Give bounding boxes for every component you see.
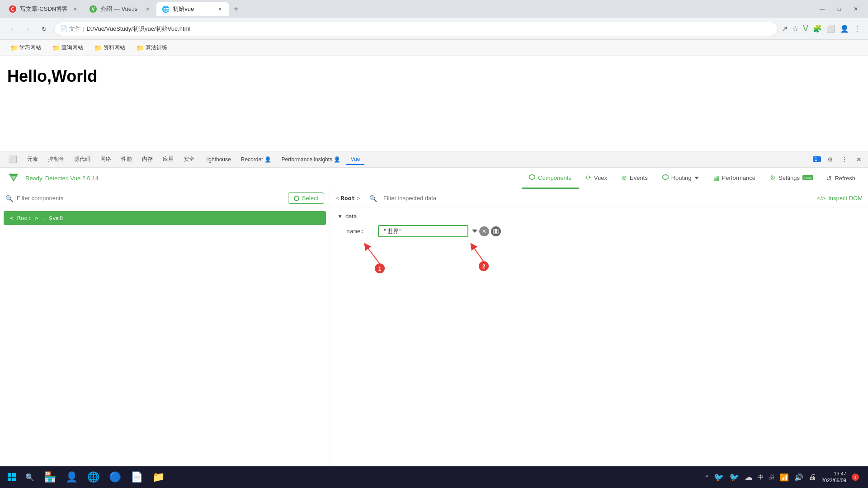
taskbar-volume-icon: 🔊 <box>794 473 803 482</box>
data-value-dropdown-icon[interactable] <box>472 230 477 233</box>
tab-vuejs[interactable]: V 介绍 — Vue.js ✕ <box>84 2 156 16</box>
devtools-tab-elements[interactable]: 元素 <box>23 154 42 165</box>
address-bar[interactable]: 📄 文件 | D:/Vue/VueStudy/初识vue/初始Vue.html <box>54 22 778 36</box>
close-button[interactable]: ✕ <box>851 5 861 13</box>
data-inspector: ▼ data name: ✕ <box>330 207 868 246</box>
url-text: D:/Vue/VueStudy/初识vue/初始Vue.html <box>87 25 191 33</box>
taskbar-search-button[interactable]: 🔍 <box>22 469 38 485</box>
devtools-more-icon[interactable]: ⋮ <box>839 154 850 165</box>
svg-line-10 <box>472 246 484 262</box>
inspect-dom-button[interactable]: </> Inspect DOM <box>817 195 863 202</box>
devtools-tab-vue[interactable]: Vue <box>346 154 364 165</box>
forward-button[interactable]: › <box>22 23 34 35</box>
svg-marker-3 <box>663 174 668 180</box>
taskbar-print-icon: 🖨 <box>809 473 816 481</box>
bookmark-icon[interactable]: ☆ <box>792 24 798 33</box>
vue-tab-settings[interactable]: ⚙ Settings new <box>763 168 821 189</box>
vue-tab-components[interactable]: Components <box>522 168 579 189</box>
vue-tab-performance[interactable]: ▦ Performance <box>706 168 763 189</box>
taskbar-doc-app[interactable]: 📄 <box>127 467 146 487</box>
tab-vue-demo[interactable]: 🌐 初始vue ✕ <box>156 2 229 16</box>
devtools-tab-application[interactable]: 应用 <box>158 154 178 165</box>
notification-badge[interactable]: 1 <box>852 474 859 481</box>
devtools-tab-memory[interactable]: 内存 <box>137 154 157 165</box>
data-save-button[interactable] <box>491 226 501 236</box>
vue-tab-vuex[interactable]: ⟳ Vuex <box>579 168 614 189</box>
extensions-icon[interactable]: 🧩 <box>813 24 822 33</box>
devtools-close-icon[interactable]: ✕ <box>854 154 864 165</box>
back-button[interactable]: ‹ <box>5 23 18 35</box>
devtools-tab-perf-insights[interactable]: Performance insights 👤 <box>277 155 345 164</box>
share-icon[interactable]: ↗ <box>782 24 788 33</box>
devtools-tabbar: ⬜ 元素 控制台 源代码 网络 性能 内存 应用 安全 Lighthouse R… <box>0 151 868 168</box>
data-clear-button[interactable]: ✕ <box>479 226 489 236</box>
taskbar-avatar-app[interactable]: 👤 <box>61 467 81 487</box>
bookmark-study-label: 学习网站 <box>19 44 41 52</box>
taskbar-right: ^ 🐦 🐦 ☁ 中 拼 📶 🔊 🖨 13:47 2022/06/09 1 <box>706 470 864 484</box>
devtools-tab-lighthouse[interactable]: Lighthouse <box>200 155 236 164</box>
root-component-label: < Root > = $vm0 <box>10 215 63 221</box>
devtools-settings-icon[interactable]: ⚙ <box>825 154 835 165</box>
minimize-button[interactable]: — <box>817 5 828 13</box>
tab-csdn-label: 写文章-CSDN博客 <box>20 5 68 13</box>
devtools-tab-sources[interactable]: 源代码 <box>70 154 95 165</box>
filter-components-input[interactable] <box>17 195 284 202</box>
bookmark-query[interactable]: 📁 查询网站 <box>47 42 88 53</box>
devtools-tab-recorder[interactable]: Recorder 👤 <box>236 155 276 164</box>
vue-tab-performance-label: Performance <box>722 174 755 181</box>
devtools-tab-security[interactable]: 安全 <box>179 154 199 165</box>
data-name-key: name: <box>346 228 373 235</box>
svg-line-7 <box>366 246 380 264</box>
taskbar-ime-pin[interactable]: 拼 <box>769 474 774 481</box>
filter-inspected-input[interactable] <box>381 195 813 202</box>
taskbar-chevron-icon[interactable]: ^ <box>706 474 708 480</box>
tab-vuejs-close[interactable]: ✕ <box>144 5 151 13</box>
data-collapse-icon[interactable]: ▼ <box>337 213 343 220</box>
bookmark-algorithm[interactable]: 📁 算法训练 <box>132 42 172 53</box>
tab-csdn[interactable]: C 写文章-CSDN博客 ✕ <box>4 2 84 16</box>
more-options-icon[interactable]: ⋮ <box>854 24 861 33</box>
taskbar-explorer-app[interactable]: 📁 <box>148 467 168 487</box>
select-button[interactable]: Select <box>288 192 324 204</box>
breadcrumb-left-angle: < <box>335 195 339 202</box>
new-tab-button[interactable]: + <box>229 2 243 16</box>
profile-icon[interactable]: 👤 <box>840 24 849 33</box>
bookmark-query-label: 查询网站 <box>61 44 83 52</box>
taskbar-edge-app[interactable]: 🌐 <box>83 467 103 487</box>
data-name-value-field[interactable] <box>378 225 468 237</box>
settings-new-badge: new <box>802 175 814 180</box>
taskbar-search-icon: 🔍 <box>25 473 34 482</box>
breadcrumb-root-name: Root <box>341 195 355 202</box>
taskbar-store-app[interactable]: 🏪 <box>40 467 60 487</box>
tab-csdn-close[interactable]: ✕ <box>71 5 79 13</box>
taskbar-date-value: 2022/06/09 <box>821 477 846 484</box>
data-name-row: name: ✕ <box>337 225 861 237</box>
tab-vuejs-label: 介绍 — Vue.js <box>100 5 137 13</box>
tab-vue-demo-close[interactable]: ✕ <box>216 5 223 13</box>
taskbar-ime-zh[interactable]: 中 <box>758 474 764 481</box>
bookmark-resources[interactable]: 📁 资料网站 <box>90 42 130 53</box>
taskbar-time-value: 13:47 <box>821 470 846 477</box>
vue-tab-events[interactable]: ⊛ Events <box>614 168 655 189</box>
refresh-button[interactable]: ↻ <box>38 23 51 35</box>
maximize-button[interactable]: □ <box>835 5 844 13</box>
devtools-tab-console[interactable]: 控制台 <box>43 154 69 165</box>
devtools-tab-performance[interactable]: 性能 <box>117 154 137 165</box>
devtools-tab-network[interactable]: 网络 <box>96 154 116 165</box>
sidebar-icon[interactable]: ⬜ <box>826 24 835 33</box>
breadcrumb-right-angle: > <box>357 195 360 202</box>
vuejs-favicon: V <box>90 5 97 13</box>
svg-text:1: 1 <box>378 266 382 272</box>
bookmark-study[interactable]: 📁 学习网站 <box>5 42 46 53</box>
taskbar-clock[interactable]: 13:47 2022/06/09 <box>821 470 846 484</box>
start-button[interactable] <box>4 469 20 485</box>
explorer-icon: 📁 <box>152 471 165 483</box>
vue-extension-icon[interactable]: V <box>803 24 808 33</box>
vue-refresh-button[interactable]: ↺ Refresh <box>821 168 861 189</box>
titlebar: C 写文章-CSDN博客 ✕ V 介绍 — Vue.js ✕ 🌐 初始vue ✕… <box>0 0 868 18</box>
root-component-item[interactable]: < Root > = $vm0 <box>4 211 326 225</box>
taskbar-chrome-app[interactable]: 🔵 <box>105 467 125 487</box>
refresh-icon: ↺ <box>826 174 832 183</box>
vue-tab-routing[interactable]: Routing <box>655 168 706 189</box>
devtools-inspect-toggle[interactable]: ⬜ <box>4 153 22 165</box>
